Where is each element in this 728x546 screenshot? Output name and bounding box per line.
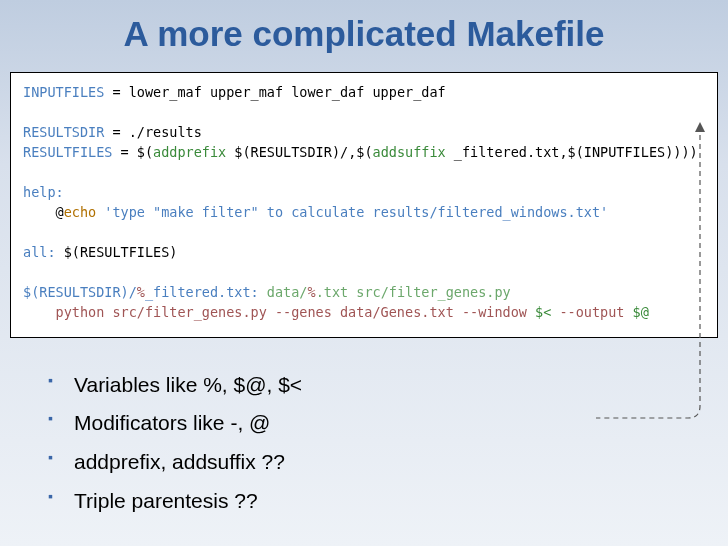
- code-block: INPUTFILES = lower_maf upper_maf lower_d…: [10, 72, 718, 338]
- code-token: ): [690, 144, 698, 160]
- code-token: echo: [64, 204, 97, 220]
- code-token: --output: [551, 304, 632, 320]
- list-item: Triple parentesis ??: [48, 482, 728, 521]
- code-token: addsuffix: [373, 144, 446, 160]
- code-token: $(RESULTSDIR)/,: [226, 144, 356, 160]
- slide-title: A more complicated Makefile: [0, 0, 728, 72]
- list-item: addprefix, addsuffix ??: [48, 443, 728, 482]
- code-token: $(RESULTSDIR)/: [23, 284, 137, 300]
- code-token: )): [673, 144, 689, 160]
- code-token: .txt src/filter_genes.py: [316, 284, 511, 300]
- code-token: %: [308, 284, 316, 300]
- code-token: $@: [633, 304, 649, 320]
- code-token: = ./results: [104, 124, 202, 140]
- code-token: RESULTFILES: [23, 144, 112, 160]
- code-token: =: [112, 144, 136, 160]
- code-token: %: [137, 284, 145, 300]
- code-token: $(: [356, 144, 372, 160]
- code-token: $<: [535, 304, 551, 320]
- code-token: python src/filter_genes.py --genes data/…: [23, 304, 535, 320]
- code-token: RESULTSDIR: [23, 124, 104, 140]
- code-token: help:: [23, 184, 64, 200]
- code-token: INPUTFILES: [23, 84, 104, 100]
- list-item: Variables like %, $@, $<: [48, 366, 728, 405]
- list-item: Modificators like -, @: [48, 404, 728, 443]
- code-token: data/: [259, 284, 308, 300]
- code-token: all:: [23, 244, 56, 260]
- code-token: = lower_maf upper_maf lower_daf upper_da…: [104, 84, 445, 100]
- bullet-list: Variables like %, $@, $< Modificators li…: [48, 366, 728, 521]
- code-token: _filtered.txt:: [145, 284, 259, 300]
- code-token: $(: [137, 144, 153, 160]
- code-token: addprefix: [153, 144, 226, 160]
- code-token: _filtered.txt,$(INPUTFILES): [446, 144, 674, 160]
- code-token: $(RESULTFILES): [56, 244, 178, 260]
- code-token: @: [23, 204, 64, 220]
- code-token: 'type "make filter" to calculate results…: [96, 204, 608, 220]
